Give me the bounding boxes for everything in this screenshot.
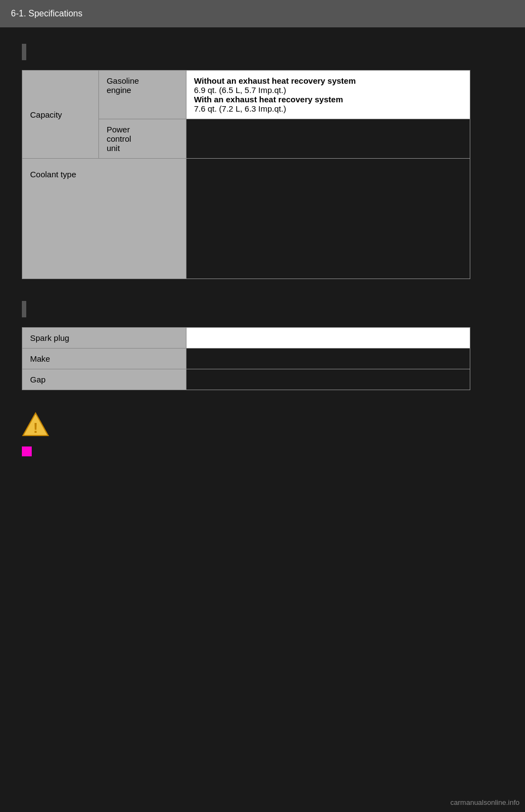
power-control-cell: Powercontrolunit [98,119,186,159]
spark-plug-value-cell [186,328,470,349]
content-area: Capacity Gasolineengine Without an exhau… [0,27,525,474]
without-exhaust-label: Without an exhaust heat recovery system [194,76,356,85]
gap-value-cell [186,369,470,390]
warning-icon-container: ! [22,412,503,438]
table-row: Gap [22,369,470,390]
make-cell: Make [22,349,186,369]
table-row: Spark plug [22,328,470,349]
gasoline-engine-cell: Gasolineengine [98,71,186,119]
spark-plug-section: Spark plug Make Gap [22,301,503,390]
gap-cell: Gap [22,369,186,390]
gap-label: Gap [30,375,45,384]
coolant-spec-table: Capacity Gasolineengine Without an exhau… [22,70,470,279]
section-marker-2 [22,301,26,317]
coolant-type-value-cell [186,159,470,279]
gasoline-engine-label: Gasolineengine [107,76,139,95]
pink-square-icon [22,446,32,456]
header-title: 6-1. Specifications [11,9,83,19]
warning-icon: ! [22,412,49,437]
section-marker-1 [22,44,26,60]
pink-square-marker [22,446,503,458]
without-exhaust-value: 6.9 qt. (6.5 L, 5.7 Imp.qt.) [194,85,286,95]
power-control-label: Powercontrolunit [107,125,131,153]
footer-watermark: carmanualsonline.info [451,798,520,807]
coolant-type-cell: Coolant type [22,159,186,279]
coolant-type-label: Coolant type [30,170,76,179]
gasoline-engine-value-cell: Without an exhaust heat recovery system … [186,71,470,119]
with-exhaust-value: 7.6 qt. (7.2 L, 6.3 Imp.qt.) [194,104,286,113]
with-exhaust-label: With an exhaust heat recovery system [194,95,343,104]
spark-plug-table: Spark plug Make Gap [22,327,470,390]
make-label: Make [30,354,50,363]
table-row: Make [22,349,470,369]
make-value-cell [186,349,470,369]
spark-plug-cell: Spark plug [22,328,186,349]
capacity-label: Capacity [30,110,62,119]
svg-text:!: ! [33,420,38,436]
header-bar: 6-1. Specifications [0,0,525,27]
table-row: Capacity Gasolineengine Without an exhau… [22,71,470,119]
coolant-section: Capacity Gasolineengine Without an exhau… [22,44,503,279]
spark-plug-label: Spark plug [30,333,69,343]
capacity-cell: Capacity [22,71,99,159]
table-row: Coolant type [22,159,470,279]
power-control-value-cell [186,119,470,159]
